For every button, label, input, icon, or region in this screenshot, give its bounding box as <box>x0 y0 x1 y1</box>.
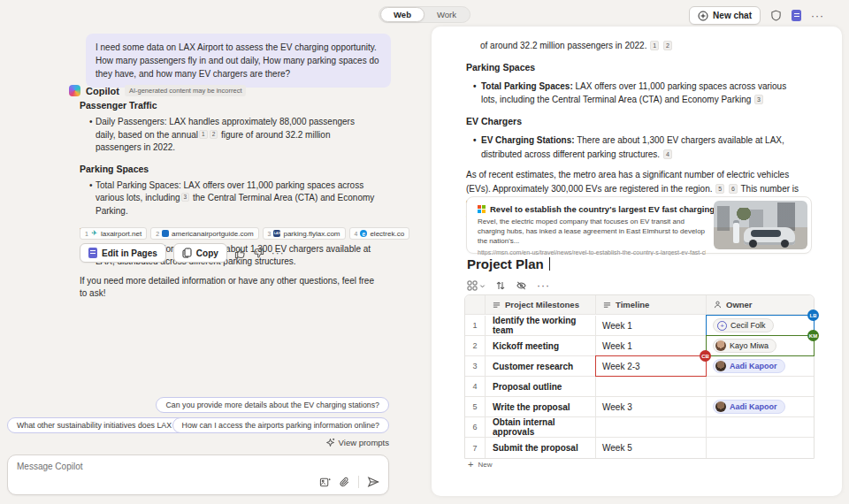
pages-icon <box>88 248 97 258</box>
copilot-response: Passenger Traffic Daily Passengers: LAX … <box>80 99 375 301</box>
thumbs-up-icon[interactable] <box>234 248 246 259</box>
column-header-milestones[interactable]: Project Milestones <box>486 295 596 315</box>
card-url: https://msn.com/en-us/travel/news/revel-… <box>478 249 706 256</box>
citation-marker[interactable]: 1 <box>650 41 659 50</box>
citation-marker[interactable]: 2 <box>210 130 218 139</box>
owner-pill-aadi[interactable]: Aadi Kapoor <box>713 400 785 414</box>
copilot-logo-icon <box>69 85 80 96</box>
pages-panel: of around 32.2 million passengers in 202… <box>432 27 842 496</box>
avatar-kayo <box>715 340 726 351</box>
citation-marker[interactable]: 3 <box>181 193 190 202</box>
bullet-daily-passengers: Daily Passengers: LAX handles approximat… <box>89 116 375 155</box>
cell-owner[interactable]: + Cecil Folk LB <box>707 316 814 336</box>
cell-milestone[interactable]: Submit the proposal <box>486 438 596 458</box>
view-grid-icon[interactable] <box>467 280 486 291</box>
web-work-toggle[interactable]: Web Work <box>379 6 470 23</box>
column-header-timeline[interactable]: Timeline <box>596 295 707 315</box>
citation-chip[interactable]: 4 e electrek.co <box>349 227 410 240</box>
view-prompts-link[interactable]: View prompts <box>325 438 389 447</box>
cell-timeline[interactable]: Week 1 <box>596 336 707 356</box>
cell-owner[interactable]: Kayo Miwa KM <box>707 336 814 356</box>
sort-icon[interactable] <box>495 280 506 291</box>
person-column-icon <box>714 301 722 309</box>
suggested-prompt[interactable]: Can you provide more details about the E… <box>156 397 389 413</box>
attach-icon[interactable] <box>339 477 350 488</box>
toggle-work[interactable]: Work <box>424 8 469 21</box>
more-actions-icon[interactable]: ··· <box>272 247 285 259</box>
response-actions: Edit in Pages Copy ··· <box>80 243 285 263</box>
page-title[interactable]: Project Plan <box>467 256 550 271</box>
copy-button[interactable]: Copy <box>173 243 227 263</box>
cell-timeline[interactable]: Week 5 <box>596 438 707 458</box>
laxairport-favicon-icon: ✈ <box>91 230 98 237</box>
cell-timeline[interactable]: Week 1 <box>596 316 707 336</box>
owner-pill-aadi[interactable]: Aadi Kapoor <box>713 359 785 373</box>
citation-marker[interactable]: 2 <box>663 41 672 50</box>
add-image-icon[interactable] <box>319 477 331 488</box>
row-number[interactable]: 7 <box>465 438 486 458</box>
shield-icon[interactable] <box>770 10 782 21</box>
card-title: Revel to establish the country's largest… <box>478 204 706 214</box>
cell-owner[interactable]: Aadi Kapoor <box>707 397 814 417</box>
plus-circle-icon <box>698 11 708 21</box>
cell-owner[interactable] <box>707 417 814 438</box>
message-input[interactable] <box>17 462 282 479</box>
edit-in-pages-button[interactable]: Edit in Pages <box>80 243 166 263</box>
citation-marker[interactable]: 5 <box>715 184 724 194</box>
citation-marker[interactable]: 4 <box>663 149 672 159</box>
doc-heading-ev: EV Chargers <box>466 114 804 128</box>
citation-marker[interactable]: 6 <box>729 184 738 194</box>
link-preview-card[interactable]: Revel to establish the country's largest… <box>466 196 812 254</box>
column-header-owner[interactable]: Owner <box>707 295 814 315</box>
citation-chip[interactable]: 1 ✈ laxairport.net <box>80 227 147 240</box>
msn-logo-icon <box>478 205 486 213</box>
hide-eye-icon[interactable] <box>516 280 527 291</box>
card-description: Revel, the electric moped company that f… <box>478 217 706 247</box>
card-thumbnail-image <box>714 201 807 249</box>
cell-timeline[interactable] <box>596 417 707 438</box>
cell-milestone[interactable]: Write the proposal <box>486 397 596 417</box>
ai-disclaimer: AI-generated content may be incorrect <box>125 85 247 96</box>
cell-milestone[interactable]: Customer research <box>486 356 596 377</box>
avatar-aadi <box>715 361 726 371</box>
new-chat-button[interactable]: New chat <box>689 6 761 25</box>
citation-marker[interactable]: 1 <box>199 130 208 139</box>
row-number[interactable]: 6 <box>465 417 486 438</box>
citation-marker[interactable]: 3 <box>754 95 763 104</box>
table-more-icon[interactable]: ··· <box>537 279 550 292</box>
project-plan-table[interactable]: Project Milestones Timeline Owner 1 Iden… <box>464 294 815 459</box>
cell-owner[interactable] <box>707 377 814 397</box>
suggested-prompt[interactable]: How can I access the airports parking in… <box>172 417 389 433</box>
send-icon[interactable] <box>367 476 379 488</box>
notebook-icon[interactable] <box>792 10 801 21</box>
add-row-button[interactable]: + New <box>468 459 492 470</box>
doc-bullet-parking: Total Parking Spaces: LAX offers over 11… <box>473 80 804 107</box>
cell-owner[interactable] <box>707 438 814 458</box>
owner-pill-kayo[interactable]: Kayo Miwa <box>713 339 776 353</box>
cell-timeline[interactable]: Week 2-3 CB <box>596 356 707 377</box>
cell-milestone[interactable]: Kickoff meeting <box>486 336 596 356</box>
row-number[interactable]: 1 <box>465 316 486 336</box>
closing-line: If you need more detailed information or… <box>80 275 375 301</box>
row-number[interactable]: 2 <box>465 336 486 356</box>
owner-pill-cecil[interactable]: + Cecil Folk <box>713 318 774 332</box>
cell-timeline[interactable] <box>596 377 707 397</box>
more-options-icon[interactable]: ··· <box>811 10 824 22</box>
citation-chip[interactable]: 2 americanairportguide.com <box>150 227 258 240</box>
row-number[interactable]: 3 <box>465 356 486 377</box>
composer-divider <box>358 476 359 488</box>
user-message: I need some data on LAX Airport to asses… <box>86 34 391 88</box>
row-number[interactable]: 4 <box>465 377 486 397</box>
toggle-web[interactable]: Web <box>380 7 424 22</box>
cell-milestone[interactable]: Identify the working team <box>486 316 596 336</box>
topbar-right-cluster: New chat ··· <box>689 6 824 25</box>
cell-milestone[interactable]: Obtain internal approvals <box>486 417 596 438</box>
cell-milestone[interactable]: Proposal outline <box>486 377 596 397</box>
collaborator-badge-cb: CB <box>700 350 711 362</box>
cell-timeline[interactable]: Week 3 <box>596 397 707 417</box>
thumbs-down-icon[interactable] <box>253 248 264 259</box>
row-number[interactable]: 5 <box>465 397 486 417</box>
cell-owner[interactable]: Aadi Kapoor <box>707 356 814 377</box>
composer[interactable] <box>7 454 389 495</box>
citation-chip[interactable]: 3 LAX parking.flylax.com <box>263 227 346 240</box>
